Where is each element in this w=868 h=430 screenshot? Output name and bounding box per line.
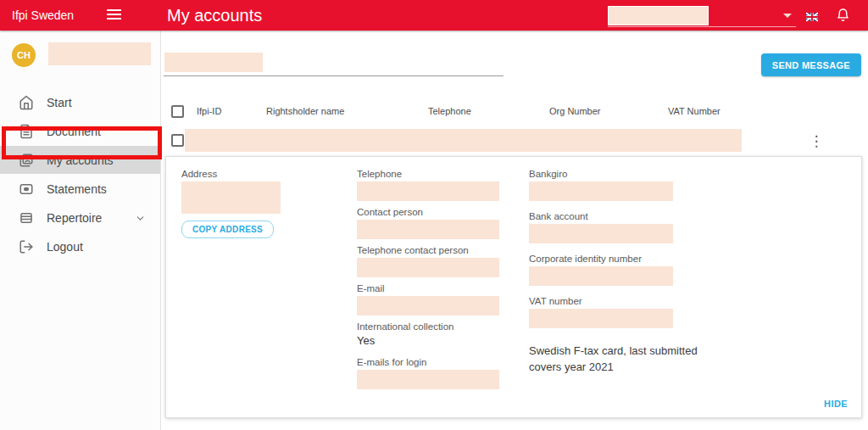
column-header-rightsholder-name[interactable]: Rightsholder name	[266, 106, 344, 116]
app-header: Ifpi Sweden My accounts	[0, 0, 868, 31]
logout-icon	[19, 239, 34, 254]
account-selector-dropdown[interactable]	[608, 6, 796, 26]
sidebar-item-repertoire[interactable]: Repertoire	[0, 204, 160, 232]
list-icon	[19, 210, 34, 226]
bank-account-label: Bank account	[529, 211, 707, 221]
statement-card-icon	[19, 181, 34, 197]
sidebar: CH Start Document My accounts	[0, 31, 161, 430]
sidebar-item-label: Document	[47, 125, 101, 138]
table-header: Ifpi-ID Rightsholder name Telephone Org …	[161, 97, 868, 127]
column-header-ifpi-id[interactable]: Ifpi-ID	[197, 106, 221, 116]
selected-account-redacted	[608, 6, 709, 25]
main-content: SEND MESSAGE Ifpi-ID Rightsholder name T…	[161, 31, 868, 430]
sidebar-item-label: Logout	[47, 240, 83, 254]
select-all-checkbox[interactable]	[171, 105, 184, 118]
bank-account-value-redacted	[529, 224, 673, 243]
column-header-vat-number[interactable]: VAT Number	[668, 106, 721, 116]
menu-icon[interactable]	[107, 9, 121, 20]
telephone-label: Telephone	[357, 169, 499, 179]
column-header-org-number[interactable]: Org Number	[549, 106, 601, 116]
column-header-telephone[interactable]: Telephone	[428, 106, 471, 116]
sidebar-item-document[interactable]: Document	[0, 117, 160, 145]
email-value-redacted	[357, 296, 499, 316]
sidebar-item-label: My accounts	[47, 154, 114, 167]
hide-link[interactable]: HIDE	[824, 399, 848, 409]
contact-person-label: Contact person	[357, 207, 499, 217]
account-detail-panel: Address COPY ADDRESS Telephone Contact p…	[165, 156, 862, 418]
sidebar-item-start[interactable]: Start	[0, 88, 160, 116]
home-icon	[19, 95, 34, 110]
page-title: My accounts	[167, 0, 262, 31]
telephone-value-redacted	[357, 181, 499, 201]
search-input-redacted[interactable]	[164, 53, 263, 72]
copy-address-button[interactable]: COPY ADDRESS	[181, 221, 274, 238]
emails-for-login-value-redacted	[357, 370, 499, 389]
sidebar-item-my-accounts[interactable]: My accounts	[0, 146, 160, 174]
avatar[interactable]: CH	[12, 43, 36, 67]
email-label: E-mail	[357, 283, 499, 293]
sidebar-item-statements[interactable]: Statements	[0, 175, 160, 203]
bankgiro-value-redacted	[529, 181, 673, 201]
detail-right-column: Bankgiro Bank account Corporate identity…	[529, 169, 707, 376]
international-collection-value: Yes	[357, 334, 499, 347]
notifications-bell-icon[interactable]	[836, 8, 850, 23]
table-row[interactable]: ⋮	[161, 127, 868, 154]
sidebar-item-label: Statements	[47, 182, 107, 196]
vat-number-label: VAT number	[529, 296, 707, 306]
chevron-down-icon	[135, 212, 146, 223]
address-value-redacted	[181, 181, 281, 214]
brand-name: Ifpi Sweden	[12, 0, 74, 31]
send-message-button[interactable]: SEND MESSAGE	[761, 53, 861, 76]
international-collection-label: International collection	[357, 321, 499, 332]
telephone-contact-person-label: Telephone contact person	[357, 245, 499, 255]
chevron-down-icon	[783, 14, 792, 18]
account-selector-underline	[608, 26, 796, 27]
detail-middle-column: Telephone Contact person Telephone conta…	[357, 169, 499, 395]
row-checkbox[interactable]	[171, 134, 184, 147]
user-row: CH	[0, 31, 160, 75]
ftax-note: Swedish F-tax card, last submitted cover…	[529, 343, 703, 376]
app-window: Ifpi Sweden My accounts C	[0, 0, 868, 430]
bankgiro-label: Bankgiro	[529, 169, 707, 179]
sidebar-item-label: Start	[47, 96, 72, 109]
telephone-contact-person-value-redacted	[357, 258, 499, 277]
kebab-menu-icon[interactable]: ⋮	[807, 130, 826, 152]
search-input-underline	[164, 75, 504, 76]
address-label: Address	[181, 169, 309, 179]
row-data-redacted	[185, 129, 742, 152]
contacts-icon	[19, 153, 34, 168]
sidebar-item-logout[interactable]: Logout	[0, 232, 160, 260]
sidebar-nav: Start Document My accounts Statements	[0, 88, 160, 260]
corporate-identity-number-value-redacted	[529, 266, 673, 286]
detail-address-column: Address COPY ADDRESS	[181, 169, 309, 238]
document-icon	[19, 124, 34, 139]
vat-number-value-redacted	[529, 309, 673, 328]
contact-person-value-redacted	[357, 220, 499, 239]
emails-for-login-label: E-mails for login	[357, 357, 499, 367]
corporate-identity-number-label: Corporate identity number	[529, 254, 707, 264]
language-flag-icon[interactable]	[806, 10, 818, 20]
user-name-redacted	[48, 42, 151, 65]
sidebar-item-label: Repertoire	[47, 211, 102, 225]
